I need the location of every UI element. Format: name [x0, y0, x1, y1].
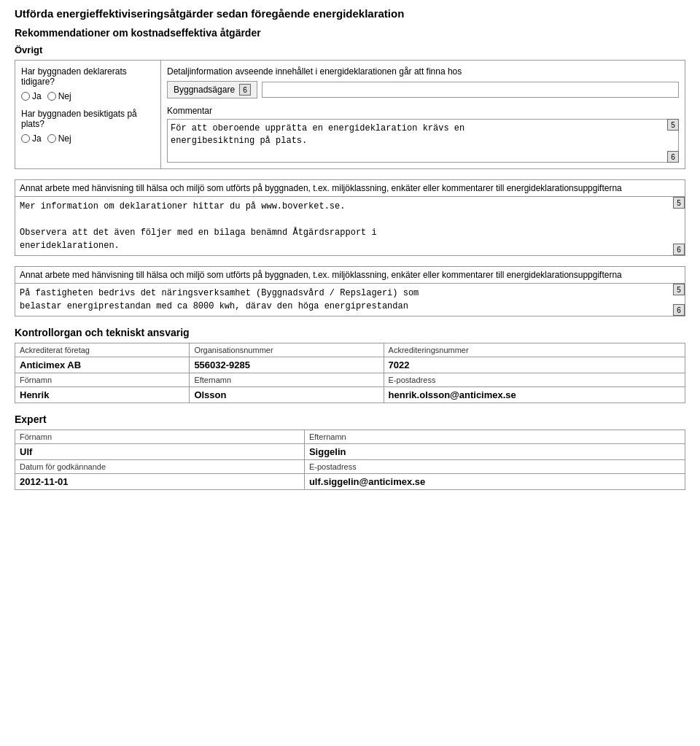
ovrigt-title: Övrigt — [15, 44, 685, 55]
question1-nej-option[interactable]: Nej — [47, 91, 71, 101]
question2-nej-radio[interactable] — [47, 134, 56, 143]
byggnadssagare-row: Byggnadsägare 6 — [167, 81, 679, 98]
expert-epost-value: ulf.siggelin@anticimex.se — [304, 474, 685, 490]
annat2-scroll-top[interactable]: 5 — [673, 284, 685, 295]
question1-ja-option[interactable]: Ja — [21, 91, 42, 101]
col3-value: 7022 — [384, 357, 685, 373]
expert-section: Expert Förnamn Efternamn Ulf Siggelin Da… — [15, 413, 685, 490]
annat2-text[interactable]: På fastigheten bedrivs det näringsverksa… — [20, 287, 680, 313]
section1-title: Rekommendationer om kostnadseffektiva åt… — [15, 27, 685, 39]
kommentar-text[interactable]: För att oberoende upprätta en energidekl… — [167, 119, 679, 163]
detail-info-text: Detaljinformation avseende innehållet i … — [167, 66, 679, 77]
question2-text: Har byggnaden besiktigats på plats? — [21, 109, 155, 129]
kommentar-area: För att oberoende upprätta en energidekl… — [167, 119, 679, 163]
question2-nej-option[interactable]: Nej — [47, 133, 71, 144]
kontrollorgan-person-value-row: Henrik Olsson henrik.olsson@anticimex.se — [15, 387, 685, 403]
epost-value: henrik.olsson@anticimex.se — [384, 387, 685, 403]
question1-radio-group: Ja Nej — [21, 91, 155, 101]
col1-label: Ackrediterat företag — [15, 343, 190, 357]
efternamn-label: Efternamn — [190, 373, 384, 387]
byggnadssagare-label: Byggnadsägare — [174, 85, 235, 95]
expert-efternamn-label: Efternamn — [304, 430, 685, 444]
expert-efternamn-value: Siggelin — [304, 444, 685, 460]
kontrollorgan-section: Kontrollorgan och tekniskt ansvarig Ackr… — [15, 327, 685, 403]
fornamn-label: Förnamn — [15, 373, 190, 387]
question1-ja-label: Ja — [32, 91, 42, 101]
expert-date-value-row: 2012-11-01 ulf.siggelin@anticimex.se — [15, 474, 685, 490]
expert-fornamn-value: Ulf — [15, 444, 305, 460]
kommentar-label: Kommentar — [167, 106, 679, 116]
expert-name-value-row: Ulf Siggelin — [15, 444, 685, 460]
expert-epost-label: E-postadress — [304, 460, 685, 474]
kontrollorgan-table: Ackrediterat företag Organisationsnummer… — [15, 343, 685, 403]
question1-nej-radio[interactable] — [47, 92, 56, 101]
ovrigt-left-panel: Har byggnaden deklarerats tidigare? Ja N… — [15, 61, 161, 168]
expert-datum-value: 2012-11-01 — [15, 474, 305, 490]
kommentar-scroll-bottom[interactable]: 6 — [667, 151, 679, 163]
ovrigt-container: Har byggnaden deklarerats tidigare? Ja N… — [15, 60, 685, 169]
question2-ja-option[interactable]: Ja — [21, 133, 42, 144]
annat1-content: Mer information om deklarationer hittar … — [15, 197, 685, 255]
question2-radio-group: Ja Nej — [21, 133, 155, 144]
annat1-scroll-bottom[interactable]: 6 — [673, 244, 685, 255]
epost-label: E-postadress — [384, 373, 685, 387]
kontrollorgan-title: Kontrollorgan och tekniskt ansvarig — [15, 327, 685, 338]
col2-label: Organisationsnummer — [190, 343, 384, 357]
question2-ja-radio[interactable] — [21, 134, 30, 143]
col3-label: Ackrediteringsnummer — [384, 343, 685, 357]
annat1-header: Annat arbete med hänvisning till hälsa o… — [15, 180, 685, 197]
byggnadssagare-box: Byggnadsägare 6 — [167, 81, 257, 98]
annat-arbete-box-2: Annat arbete med hänvisning till hälsa o… — [15, 266, 685, 316]
annat2-header: Annat arbete med hänvisning till hälsa o… — [15, 267, 685, 284]
question1-nej-label: Nej — [58, 91, 71, 101]
kontrollorgan-value-row: Anticimex AB 556032-9285 7022 — [15, 357, 685, 373]
kommentar-scroll-controls: 5 — [667, 119, 679, 131]
kommentar-scroll-top[interactable]: 5 — [667, 119, 679, 131]
question1-text: Har byggnaden deklarerats tidigare? — [21, 66, 155, 87]
kontrollorgan-person-label-row: Förnamn Efternamn E-postadress — [15, 373, 685, 387]
expert-date-label-row: Datum för godkännande E-postadress — [15, 460, 685, 474]
annat2-scroll-controls: 5 — [673, 284, 685, 295]
expert-fornamn-label: Förnamn — [15, 430, 305, 444]
byggnadssagare-num: 6 — [243, 86, 247, 94]
efternamn-value: Olsson — [190, 387, 384, 403]
annat1-scroll-controls: 5 — [673, 197, 685, 209]
ovrigt-right-panel: Detaljinformation avseende innehållet i … — [161, 61, 685, 168]
question2-nej-label: Nej — [58, 133, 71, 144]
col1-value: Anticimex AB — [15, 357, 190, 373]
question2-ja-label: Ja — [32, 133, 42, 144]
annat2-scroll-bottom[interactable]: 6 — [673, 304, 685, 316]
annat2-content: På fastigheten bedrivs det näringsverksa… — [15, 284, 685, 316]
question1-ja-radio[interactable] — [21, 92, 30, 101]
expert-title: Expert — [15, 413, 685, 425]
byggnadssagare-input[interactable] — [262, 82, 679, 98]
col2-value: 556032-9285 — [190, 357, 384, 373]
annat1-text[interactable]: Mer information om deklarationer hittar … — [20, 200, 680, 252]
main-title: Utförda energieffektiviseringsåtgärder s… — [15, 7, 685, 20]
kontrollorgan-label-row: Ackrediterat företag Organisationsnummer… — [15, 343, 685, 357]
annat1-scroll-top[interactable]: 5 — [673, 197, 685, 209]
fornamn-value: Henrik — [15, 387, 190, 403]
expert-name-label-row: Förnamn Efternamn — [15, 430, 685, 444]
expert-datum-label: Datum för godkännande — [15, 460, 305, 474]
expert-table: Förnamn Efternamn Ulf Siggelin Datum för… — [15, 430, 685, 490]
byggnadssagare-scroll-btn[interactable]: 6 — [239, 84, 251, 96]
annat-arbete-box-1: Annat arbete med hänvisning till hälsa o… — [15, 179, 685, 256]
